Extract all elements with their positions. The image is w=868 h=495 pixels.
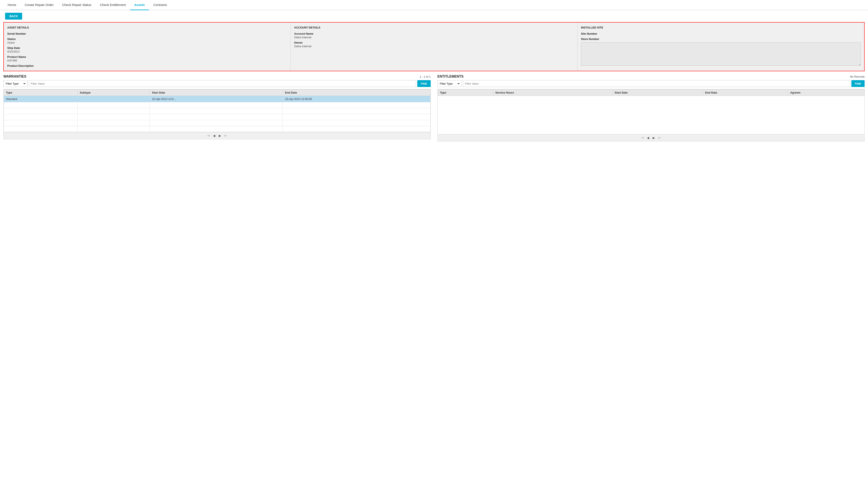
entitlements-first-btn[interactable]: ⊣ <box>640 136 644 140</box>
installed-site-header: INSTALLED SITE <box>581 26 861 29</box>
asset-field: StatusActive <box>7 37 287 44</box>
warranties-filter-type-select[interactable]: Filter Type <box>3 80 28 87</box>
entitlements-col-header: Agreem <box>788 89 864 96</box>
installed-field: Site Number <box>581 32 861 35</box>
entitlements-empty-row <box>438 96 864 134</box>
table-row-empty <box>4 126 431 132</box>
field-value: G47490 <box>7 59 287 62</box>
entitlements-col-header: Type <box>438 89 493 96</box>
nav-item-contracts[interactable]: Contracts <box>149 0 171 10</box>
warranties-table-body: Standard15-Apr-2013 12:0...15-Apr-2014 1… <box>4 96 431 132</box>
nav-bar: HomeCreate Repair OrderCheck Repair Stat… <box>0 0 868 10</box>
entitlements-prev-btn[interactable]: ◀ <box>646 136 650 140</box>
nav-item-check-entitlement[interactable]: Check Entitlement <box>96 0 130 10</box>
nav-item-create-repair-order[interactable]: Create Repair Order <box>20 0 58 10</box>
table-row-empty <box>4 114 431 120</box>
nav-item-home[interactable]: Home <box>3 0 20 10</box>
entitlements-col-header: End Date <box>703 89 788 96</box>
installed-site-section: INSTALLED SITE Site NumberStore Number <box>578 22 864 71</box>
warranties-col-header: Start Date <box>150 89 283 96</box>
warranties-header-row-tr: TypeSubtypeStart DateEnd Date <box>4 89 431 96</box>
entitlements-table-head: TypeService HoursStart DateEnd DateAgree… <box>438 89 864 96</box>
field-value: Active <box>7 41 287 44</box>
entitlements-filter-row: Filter Type FIND <box>437 80 865 87</box>
entitlements-header-row-tr: TypeService HoursStart DateEnd DateAgree… <box>438 89 864 96</box>
field-label: Serial Number <box>7 32 287 35</box>
asset-fields: Serial NumberStatusActiveShip Date4/15/2… <box>7 32 287 67</box>
asset-details-header: ASSET DETAILS <box>7 26 287 29</box>
table-row-empty <box>4 108 431 114</box>
entitlements-find-button[interactable]: FIND <box>851 80 865 87</box>
warranties-title: WARRANTIES <box>3 75 27 79</box>
field-label: Product Name <box>7 55 287 58</box>
details-panel: ASSET DETAILS Serial NumberStatusActiveS… <box>3 22 865 71</box>
field-label: Site Number <box>581 32 861 35</box>
warranties-header-row: WARRANTIES 1 - 1 of 1 <box>3 75 431 79</box>
entitlements-filter-type-dropdown[interactable]: Filter Type <box>439 82 460 85</box>
account-fields: Account NameZebra InternalOwnerZebra Int… <box>294 32 574 48</box>
bottom-row: WARRANTIES 1 - 1 of 1 Filter Type FIND T… <box>3 75 865 141</box>
warranties-pagination: ⊣ ◀ ▶ ⊢ <box>3 132 431 139</box>
warranties-table: TypeSubtypeStart DateEnd Date Standard15… <box>4 89 431 132</box>
field-label: Account Name <box>294 32 574 35</box>
account-details-header: ACCOUNT DETAILS <box>294 26 574 29</box>
field-label: Ship Date <box>7 46 287 50</box>
entitlements-table: TypeService HoursStart DateEnd DateAgree… <box>438 89 865 134</box>
field-value: 4/15/2013 <box>7 50 287 53</box>
installed-fields: Site NumberStore Number <box>581 32 861 40</box>
warranties-prev-btn[interactable]: ◀ <box>212 134 216 138</box>
entitlements-filter-value-input[interactable] <box>463 80 850 87</box>
field-value: Zebra Internal <box>294 45 574 48</box>
asset-field: Product Description <box>7 64 287 67</box>
warranties-panel: WARRANTIES 1 - 1 of 1 Filter Type FIND T… <box>3 75 434 141</box>
entitlements-last-btn[interactable]: ⊢ <box>657 136 662 140</box>
table-cell <box>78 96 150 102</box>
warranties-table-wrapper: TypeSubtypeStart DateEnd Date Standard15… <box>3 89 431 132</box>
entitlements-col-header: Service Hours <box>493 89 612 96</box>
asset-field: Product NameG47490 <box>7 55 287 62</box>
warranties-filter-row: Filter Type FIND <box>3 80 431 87</box>
entitlements-table-body <box>438 96 864 134</box>
entitlements-table-wrapper: TypeService HoursStart DateEnd DateAgree… <box>437 89 865 134</box>
entitlements-filter-type-select[interactable]: Filter Type <box>437 80 462 87</box>
field-label: Status <box>7 37 287 40</box>
entitlements-col-header: Start Date <box>613 89 703 96</box>
nav-item-assets[interactable]: Assets <box>130 0 149 10</box>
asset-field: Serial Number <box>7 32 287 35</box>
warranties-last-btn[interactable]: ⊢ <box>224 134 228 138</box>
entitlements-pagination: ⊣ ◀ ▶ ⊢ <box>437 134 865 141</box>
warranties-find-button[interactable]: FIND <box>417 80 431 87</box>
account-field: Account NameZebra Internal <box>294 32 574 39</box>
field-label: Owner <box>294 41 574 44</box>
installed-site-textarea[interactable] <box>581 42 861 66</box>
warranties-filter-value-input[interactable] <box>29 80 416 87</box>
warranties-col-header: End Date <box>283 89 430 96</box>
warranties-table-head: TypeSubtypeStart DateEnd Date <box>4 89 431 96</box>
back-button[interactable]: BACK <box>5 13 22 20</box>
warranties-col-header: Subtype <box>78 89 150 96</box>
installed-field: Store Number <box>581 37 861 40</box>
warranties-first-btn[interactable]: ⊣ <box>206 134 211 138</box>
warranties-col-header: Type <box>4 89 78 96</box>
asset-field: Ship Date4/15/2013 <box>7 46 287 53</box>
entitlements-next-btn[interactable]: ▶ <box>652 136 656 140</box>
table-row[interactable]: Standard15-Apr-2013 12:0...15-Apr-2014 1… <box>4 96 431 102</box>
asset-details-section: ASSET DETAILS Serial NumberStatusActiveS… <box>4 22 291 71</box>
table-row-empty <box>4 120 431 126</box>
table-cell: Standard <box>4 96 78 102</box>
entitlements-count: No Records <box>850 75 865 78</box>
table-cell: 15-Apr-2014 12:00:00 <box>283 96 430 102</box>
warranties-next-btn[interactable]: ▶ <box>218 134 222 138</box>
nav-item-check-repair-status[interactable]: Check Repair Status <box>58 0 96 10</box>
entitlements-header-row: ENTITLEMENTS No Records <box>437 75 865 79</box>
account-details-section: ACCOUNT DETAILS Account NameZebra Intern… <box>291 22 578 71</box>
entitlements-panel: ENTITLEMENTS No Records Filter Type FIND… <box>434 75 865 141</box>
entitlements-title: ENTITLEMENTS <box>437 75 464 79</box>
field-label: Product Description <box>7 64 287 67</box>
table-row-empty <box>4 102 431 108</box>
field-label: Store Number <box>581 37 861 40</box>
warranties-filter-type-dropdown[interactable]: Filter Type <box>5 82 26 85</box>
warranties-count: 1 - 1 of 1 <box>420 75 431 78</box>
table-cell: 15-Apr-2013 12:0... <box>150 96 283 102</box>
field-value: Zebra Internal <box>294 36 574 39</box>
